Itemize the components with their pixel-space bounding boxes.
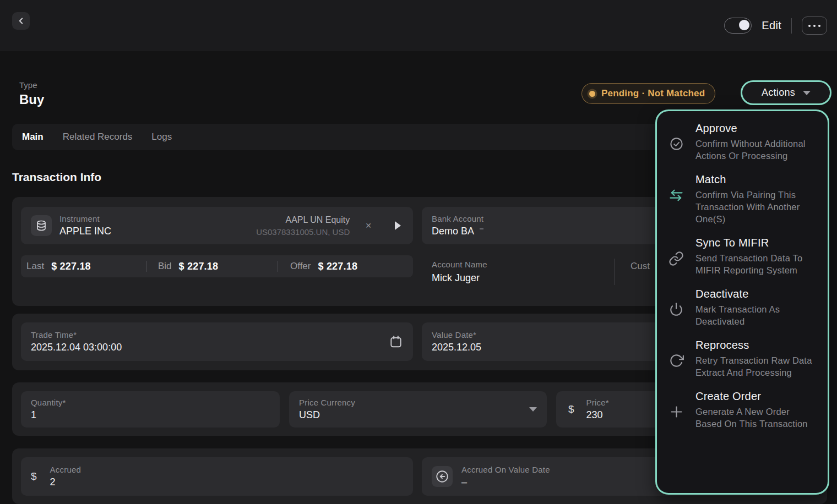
section-title: Transaction Info [12, 171, 101, 184]
open-instrument-icon[interactable] [395, 221, 401, 230]
menu-item-title: Sync To MIFIR [695, 237, 817, 249]
calendar-icon[interactable] [389, 335, 403, 349]
value-date-label: Value Date* [432, 330, 481, 339]
accrued-on-value-date-label: Accrued On Value Date [461, 465, 550, 474]
refresh-icon [657, 339, 695, 379]
quote-bid-value: $ 227.18 [179, 261, 219, 272]
menu-item-title: Create Order [695, 390, 817, 403]
menu-item-description: Generate A New Order Based On This Trans… [695, 406, 817, 430]
menu-item-title: Match [695, 173, 817, 186]
accrued-field[interactable]: $ Accrued 2 [21, 457, 413, 496]
menu-item-description: Confirm Via Pairing This Transaction Wit… [695, 189, 817, 225]
edit-label: Edit [762, 19, 781, 32]
menu-item-description: Send Transaction Data To MIFIR Reporting… [695, 252, 817, 276]
toggle-knob [739, 20, 749, 30]
swap-arrows-icon [657, 173, 695, 225]
price-currency-label: Price Currency [299, 398, 355, 407]
price-label: Price* [586, 398, 609, 407]
ellipsis-icon [808, 25, 811, 27]
quantity-value: 1 [31, 409, 66, 421]
link-icon [657, 237, 695, 276]
custodian-label-partial: Cust [631, 261, 650, 272]
account-divider [614, 259, 615, 285]
clear-instrument-icon[interactable]: ✕ [365, 221, 372, 230]
quote-last-label: Last [26, 261, 44, 272]
type-value: Buy [19, 92, 44, 107]
coins-icon [31, 215, 52, 236]
menu-item-title: Reprocess [695, 339, 817, 352]
tab-main[interactable]: Main [22, 132, 44, 143]
trade-time-value: 2025.12.04 03:00:00 [31, 342, 122, 353]
instrument-ticker: AAPL UN Equity [285, 215, 350, 225]
status-badge: Pending · Not Matched [581, 83, 715, 104]
status-dot-icon [589, 91, 595, 97]
quote-last-value: $ 227.18 [51, 261, 91, 272]
menu-item-description: Confirm Without Additional Actions Or Pr… [695, 138, 817, 162]
quote-offer-label: Offer [290, 261, 311, 272]
accrued-on-value-date-value: – [461, 476, 550, 488]
quantity-field[interactable]: Quantity* 1 [21, 391, 280, 428]
menu-item-deactivate[interactable]: Deactivate Mark Transaction As Deactivat… [657, 288, 817, 327]
actions-dropdown-menu: Approve Confirm Without Additional Actio… [655, 109, 829, 495]
instrument-value: APPLE INC [59, 226, 111, 237]
back-button[interactable] [12, 12, 30, 30]
price-value: 230 [586, 409, 609, 421]
menu-item-description: Mark Transaction As Deactivated [695, 303, 817, 327]
actions-button-label: Actions [762, 87, 795, 98]
menu-item-approve[interactable]: Approve Confirm Without Additional Actio… [657, 122, 817, 162]
bank-account-value: Demo BA [432, 226, 483, 237]
trade-time-label: Trade Time* [31, 330, 122, 339]
quote-offer-value: $ 227.18 [318, 261, 357, 272]
instrument-label: Instrument [59, 214, 111, 223]
bank-account-caret-icon [480, 228, 483, 229]
power-icon [657, 288, 695, 327]
menu-item-sync-to-mifir[interactable]: Sync To MIFIR Send Transaction Data To M… [657, 237, 817, 276]
price-currency-value: USD [299, 409, 355, 421]
tab-related-records[interactable]: Related Records [63, 132, 133, 143]
tab-logs[interactable]: Logs [151, 132, 172, 143]
quantity-label: Quantity* [31, 398, 66, 407]
menu-item-title: Deactivate [695, 288, 817, 300]
quote-bid-label: Bid [158, 261, 172, 272]
dollar-icon: $ [568, 403, 574, 415]
check-circle-icon [657, 122, 695, 162]
menu-item-title: Approve [695, 122, 817, 135]
value-date-value: 2025.12.05 [432, 342, 481, 353]
header-divider [791, 18, 792, 34]
chevron-down-icon [803, 91, 811, 95]
top-bar: Edit [0, 0, 837, 51]
account-name-label: Account Name [432, 260, 487, 269]
trade-time-field[interactable]: Trade Time* 2025.12.04 03:00:00 [21, 322, 413, 361]
accrued-label: Accrued [50, 465, 81, 474]
arrow-left-circle-icon [432, 466, 453, 487]
more-options-button[interactable] [802, 17, 827, 35]
menu-item-match[interactable]: Match Confirm Via Pairing This Transacti… [657, 173, 817, 225]
account-name-value: Mick Juger [432, 272, 487, 284]
type-label: Type [19, 80, 37, 90]
actions-button[interactable]: Actions [741, 80, 831, 105]
chevron-left-icon [16, 16, 26, 26]
menu-item-description: Retry Transaction Raw Data Extract And P… [695, 354, 817, 379]
bank-account-label: Bank Account [432, 214, 483, 223]
price-currency-field[interactable]: Price Currency USD [289, 391, 547, 428]
plus-icon [657, 390, 695, 430]
dollar-icon: $ [31, 470, 37, 483]
instrument-identifier: US0378331005.UN, USD [256, 227, 350, 237]
account-name-block: Account Name Mick Juger [432, 260, 487, 284]
accrued-value: 2 [50, 476, 81, 488]
menu-item-reprocess[interactable]: Reprocess Retry Transaction Raw Data Ext… [657, 339, 817, 379]
menu-item-create-order[interactable]: Create Order Generate A New Order Based … [657, 390, 817, 430]
instrument-field[interactable]: Instrument APPLE INC AAPL UN Equity US03… [21, 207, 413, 244]
chevron-down-icon[interactable] [529, 407, 537, 412]
edit-toggle[interactable] [724, 18, 752, 34]
status-text: Pending · Not Matched [601, 88, 705, 99]
quote-bar: Last $ 227.18 Bid $ 227.18 Offer $ 227.1… [21, 255, 413, 277]
